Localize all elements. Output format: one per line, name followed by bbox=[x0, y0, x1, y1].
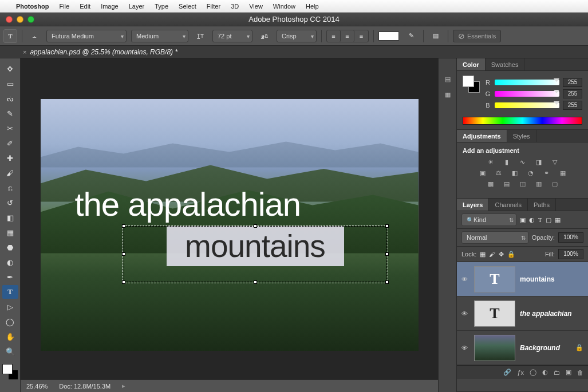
blend-mode-dropdown[interactable]: Normal⇅ bbox=[461, 231, 528, 244]
dodge-tool[interactable]: ◐ bbox=[2, 255, 18, 269]
align-center-button[interactable]: ≡ bbox=[341, 30, 354, 42]
transform-handle[interactable] bbox=[122, 280, 125, 284]
fill-field[interactable]: 100% bbox=[558, 249, 583, 259]
opacity-field[interactable]: 100% bbox=[558, 232, 583, 243]
quick-select-tool[interactable]: ✎ bbox=[2, 106, 18, 120]
menu-image[interactable]: Image bbox=[101, 3, 119, 10]
color-lookup-adjust-icon[interactable]: ▦ bbox=[558, 169, 568, 177]
status-menu-arrow-icon[interactable]: ▸ bbox=[122, 382, 125, 390]
layer-name[interactable]: mountains bbox=[520, 275, 583, 283]
crop-tool[interactable]: ✂ bbox=[2, 121, 18, 135]
current-tool-indicator[interactable]: T bbox=[3, 29, 17, 43]
layer-thumbnail[interactable] bbox=[474, 266, 515, 292]
photo-filter-adjust-icon[interactable]: ◔ bbox=[526, 169, 536, 177]
type-tool[interactable]: T bbox=[2, 285, 18, 299]
menu-edit[interactable]: Edit bbox=[80, 3, 90, 10]
clone-stamp-tool[interactable]: ⎌ bbox=[2, 181, 18, 195]
threshold-adjust-icon[interactable]: ◫ bbox=[518, 180, 528, 188]
hue-sat-adjust-icon[interactable]: ▣ bbox=[477, 169, 488, 177]
menu-filter[interactable]: Filter bbox=[207, 3, 220, 10]
path-select-tool[interactable]: ▷ bbox=[2, 300, 18, 314]
transform-handle[interactable] bbox=[385, 280, 389, 284]
blur-tool[interactable]: ⬣ bbox=[2, 240, 18, 254]
vibrance-adjust-icon[interactable]: ▽ bbox=[550, 159, 560, 166]
color-spectrum[interactable] bbox=[463, 117, 582, 125]
menu-type[interactable]: Type bbox=[155, 3, 168, 10]
hand-tool[interactable]: ✋ bbox=[2, 330, 18, 343]
brush-tool[interactable]: 🖌 bbox=[2, 166, 18, 180]
font-family-dropdown[interactable]: Futura Medium▾ bbox=[46, 30, 127, 42]
exposure-adjust-icon[interactable]: ◨ bbox=[534, 159, 544, 166]
menu-view[interactable]: View bbox=[249, 3, 263, 10]
curves-adjust-icon[interactable]: ∿ bbox=[518, 159, 528, 166]
invert-adjust-icon[interactable]: ▩ bbox=[486, 180, 496, 188]
delete-layer-icon[interactable]: 🗑 bbox=[577, 369, 583, 376]
channel-mixer-adjust-icon[interactable]: ⚭ bbox=[542, 169, 552, 177]
menu-file[interactable]: File bbox=[59, 3, 69, 10]
history-brush-tool[interactable]: ↺ bbox=[2, 196, 18, 209]
visibility-toggle-icon[interactable]: 👁 bbox=[459, 310, 469, 317]
document-tab[interactable]: appalachian.psd @ 25.5% (mountains, RGB/… bbox=[30, 48, 177, 56]
tab-swatches[interactable]: Swatches bbox=[486, 58, 525, 70]
color-balance-adjust-icon[interactable]: ⚖ bbox=[494, 169, 504, 177]
green-slider[interactable] bbox=[495, 91, 559, 97]
new-adjustment-layer-icon[interactable]: ◐ bbox=[542, 369, 548, 376]
bw-adjust-icon[interactable]: ◧ bbox=[510, 169, 520, 177]
font-style-dropdown[interactable]: Medium▾ bbox=[131, 30, 188, 42]
new-layer-icon[interactable]: ▣ bbox=[566, 369, 571, 376]
pen-tool[interactable]: ✒ bbox=[2, 270, 18, 284]
warp-text-button[interactable]: ✎ bbox=[404, 30, 419, 42]
align-left-button[interactable]: ≡ bbox=[327, 30, 341, 42]
red-slider[interactable] bbox=[495, 80, 559, 85]
filter-pixel-icon[interactable]: ▣ bbox=[520, 216, 526, 224]
app-name[interactable]: Photoshop bbox=[16, 3, 49, 10]
blue-value[interactable]: 255 bbox=[563, 101, 582, 110]
tab-layers[interactable]: Layers bbox=[457, 199, 489, 211]
layer-thumbnail[interactable] bbox=[474, 335, 515, 361]
zoom-level[interactable]: 25.46% bbox=[26, 383, 48, 390]
levels-adjust-icon[interactable]: ▮ bbox=[502, 159, 512, 166]
menu-window[interactable]: Window bbox=[273, 3, 295, 10]
foreground-background-color[interactable] bbox=[2, 364, 18, 380]
tab-adjustments[interactable]: Adjustments bbox=[457, 130, 507, 142]
transform-handle[interactable] bbox=[254, 224, 257, 228]
blue-slider[interactable] bbox=[495, 102, 559, 108]
filter-smart-icon[interactable]: ▦ bbox=[555, 216, 561, 224]
transform-handle[interactable] bbox=[385, 252, 389, 256]
healing-brush-tool[interactable]: ✚ bbox=[2, 151, 18, 165]
layer-style-icon[interactable]: ƒx bbox=[517, 369, 524, 376]
gradient-map-adjust-icon[interactable]: ▥ bbox=[534, 180, 544, 188]
lock-all-icon[interactable]: 🔒 bbox=[507, 251, 515, 258]
lock-paint-icon[interactable]: 🖌 bbox=[489, 251, 495, 258]
layer-row[interactable]: 👁 mountains bbox=[457, 262, 588, 296]
menu-3d[interactable]: 3D bbox=[231, 3, 239, 10]
layer-row[interactable]: 👁 Background 🔒 bbox=[457, 331, 588, 365]
tab-channels[interactable]: Channels bbox=[489, 199, 527, 211]
panel-fg-color-swatch[interactable] bbox=[463, 76, 474, 87]
close-window-button[interactable] bbox=[6, 16, 13, 23]
tab-styles[interactable]: Styles bbox=[507, 130, 536, 142]
posterize-adjust-icon[interactable]: ▤ bbox=[502, 180, 512, 188]
eraser-tool[interactable]: ◧ bbox=[2, 211, 18, 224]
link-layers-icon[interactable]: 🔗 bbox=[503, 369, 511, 376]
brightness-adjust-icon[interactable]: ☀ bbox=[486, 159, 496, 166]
transform-handle[interactable] bbox=[122, 224, 125, 228]
foreground-color-swatch[interactable] bbox=[2, 364, 13, 374]
marquee-tool[interactable]: ▭ bbox=[2, 77, 18, 90]
zoom-window-button[interactable] bbox=[27, 16, 34, 23]
filter-type-icon[interactable]: T bbox=[538, 216, 542, 223]
tab-color[interactable]: Color bbox=[457, 58, 486, 70]
properties-panel-icon[interactable]: ▦ bbox=[445, 91, 451, 98]
layer-name[interactable]: Background bbox=[520, 344, 571, 352]
layer-filter-kind-dropdown[interactable]: 🔍Kind⇅ bbox=[461, 213, 516, 226]
minimize-window-button[interactable] bbox=[17, 16, 23, 23]
close-tab-icon[interactable]: × bbox=[23, 49, 26, 56]
lock-position-icon[interactable]: ✥ bbox=[499, 251, 504, 258]
green-value[interactable]: 255 bbox=[563, 89, 582, 98]
tab-paths[interactable]: Paths bbox=[528, 199, 556, 211]
doc-size[interactable]: Doc: 12.8M/15.3M bbox=[59, 383, 111, 390]
menu-layer[interactable]: Layer bbox=[129, 3, 145, 10]
menu-help[interactable]: Help bbox=[306, 3, 319, 10]
layer-name[interactable]: the appalachian bbox=[520, 310, 583, 318]
antialias-dropdown[interactable]: Crisp▾ bbox=[277, 30, 317, 42]
